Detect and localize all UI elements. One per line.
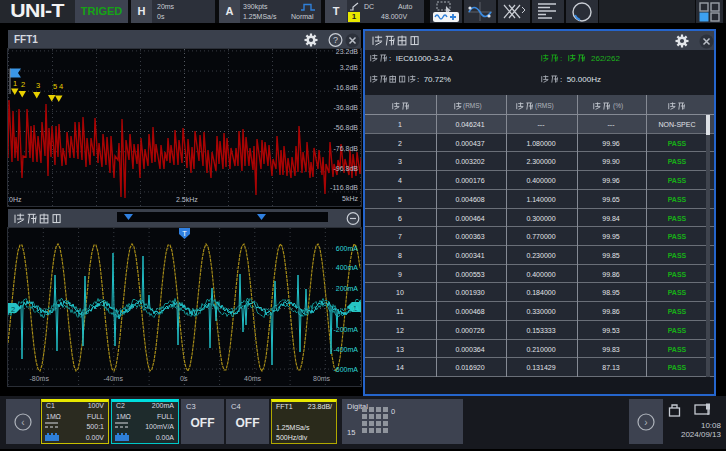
svg-text:3: 3	[36, 81, 40, 90]
svg-text:›: ›	[644, 416, 647, 427]
svg-text:?: ?	[333, 35, 338, 45]
svg-text:T: T	[182, 229, 187, 238]
svg-text:4: 4	[59, 82, 63, 91]
svg-text:2: 2	[11, 305, 15, 314]
svg-text:2: 2	[21, 80, 25, 89]
svg-text:‹: ‹	[21, 416, 24, 427]
svg-text:5: 5	[53, 82, 57, 91]
svg-text:1: 1	[13, 79, 17, 88]
